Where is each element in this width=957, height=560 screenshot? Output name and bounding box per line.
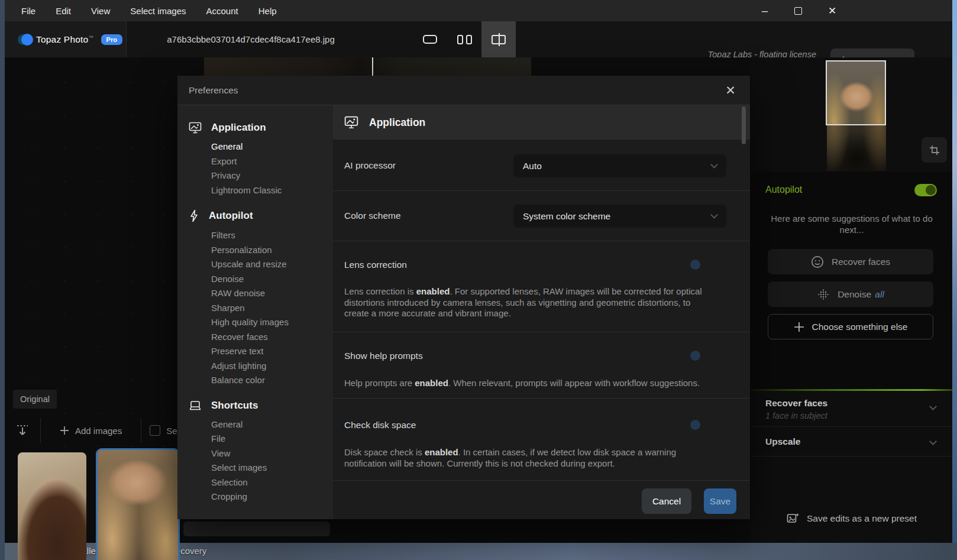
dialog-titlebar: Preferences ✕ — [177, 76, 750, 105]
divider — [333, 190, 750, 191]
sidebar-item-shortcuts-select-images[interactable]: Select images — [211, 461, 333, 475]
upscale-section[interactable]: Upscale — [751, 427, 952, 457]
add-images-button[interactable]: Add images — [41, 426, 141, 436]
sidebar-item-adjust-lighting[interactable]: Adjust lighting — [211, 359, 333, 374]
navigator-dim-overlay — [827, 125, 886, 171]
toolbar: Topaz Photo™ Pro a76b3cbbe037014d7cdec4f… — [5, 21, 952, 57]
chevron-down-icon — [710, 211, 718, 219]
view-side-by-side-button[interactable] — [447, 21, 481, 57]
recover-faces-suggestion-button[interactable]: Recover faces — [768, 249, 933, 274]
menu-select-images[interactable]: Select images — [130, 6, 186, 16]
suggestion-intro: Here are some suggestions of what to do … — [763, 213, 940, 235]
desktop-left-strip — [0, 0, 5, 560]
menu-file[interactable]: File — [21, 6, 35, 16]
sidebar-item-shortcuts-cropping[interactable]: Cropping — [211, 490, 333, 504]
sidebar-item-export[interactable]: Export — [211, 154, 333, 169]
sidebar-item-balance-color[interactable]: Balance color — [211, 373, 333, 388]
application-icon — [189, 122, 202, 134]
current-filename: a76b3cbbe037014d7cdec4f8ca417ee8.jpg — [127, 21, 375, 57]
desktop-right-strip — [952, 0, 957, 543]
sidebar-item-preserve-text[interactable]: Preserve text — [211, 344, 333, 359]
divider — [333, 241, 750, 241]
sidebar-item-lightroom-classic[interactable]: Lightroom Classic — [211, 183, 333, 198]
menu-account[interactable]: Account — [206, 6, 238, 16]
denoise-icon — [817, 288, 830, 301]
close-button[interactable]: ✕ — [819, 5, 846, 17]
brand-name: Topaz Photo™ — [36, 34, 93, 45]
minimize-button[interactable]: – — [751, 5, 778, 17]
sidebar-item-general[interactable]: General — [211, 140, 333, 154]
sidebar-item-shortcuts-general[interactable]: General — [211, 417, 333, 432]
show-help-prompts-label: Show help prompts — [344, 351, 423, 361]
divider — [333, 480, 750, 481]
thumbnail-8fe3dfa89d[interactable]: 8fe3dfa89d... ••• — [18, 452, 86, 560]
dialog-scrollbar[interactable] — [742, 106, 746, 144]
denoise-suggestion-button[interactable]: Denoise all — [768, 281, 933, 307]
application-icon — [344, 116, 358, 129]
navigator-viewport-box[interactable] — [826, 60, 886, 125]
crop-button[interactable] — [922, 137, 947, 163]
original-badge: Original — [13, 390, 57, 409]
save-preset-button[interactable]: Save edits as a new preset — [751, 504, 952, 533]
maximize-button[interactable] — [784, 7, 811, 15]
preferences-sidebar: Application General Export Privacy Light… — [177, 105, 333, 519]
ai-processor-dropdown[interactable]: Auto — [513, 154, 726, 177]
sidebar-item-upscale-and-resize[interactable]: Upscale and resize — [211, 257, 333, 272]
view-side-by-side-icon — [457, 35, 472, 44]
sidebar-item-shortcuts-file[interactable]: File — [211, 432, 333, 446]
lens-correction-description: Lens correction is enabled. For supporte… — [344, 286, 712, 319]
sidebar-item-raw-denoise[interactable]: RAW denoise — [211, 286, 333, 301]
sidebar-item-privacy[interactable]: Privacy — [211, 169, 333, 183]
view-split-icon — [492, 35, 506, 44]
divider — [333, 332, 750, 332]
application-items: General Export Privacy Lightroom Classic — [177, 140, 333, 198]
topaz-logo-icon — [18, 33, 31, 46]
screen: Uninstaller Recovery File Edit View Sele… — [0, 0, 957, 560]
sidebar-item-sharpen[interactable]: Sharpen — [211, 301, 333, 316]
menu-view[interactable]: View — [91, 6, 110, 16]
suggestions-block: Here are some suggestions of what to do … — [751, 208, 952, 389]
dialog-close-button[interactable]: ✕ — [724, 84, 737, 97]
save-button[interactable]: Save — [704, 488, 736, 514]
choose-something-else-button[interactable]: Choose something else — [768, 314, 933, 339]
window-controls: – ✕ — [751, 0, 846, 21]
sidebar-item-high-quality-images[interactable]: High quality images — [211, 315, 333, 330]
smiley-icon — [811, 255, 824, 268]
view-mode-buttons — [413, 21, 516, 57]
sidebar-item-denoise[interactable]: Denoise — [211, 272, 333, 287]
shortcuts-items: General File View Select images Selectio… — [177, 417, 333, 504]
plus-icon — [794, 322, 804, 332]
select-checkbox[interactable] — [150, 425, 160, 436]
menu-help[interactable]: Help — [258, 6, 277, 16]
trademark: ™ — [88, 34, 93, 40]
view-single-button[interactable] — [413, 21, 447, 57]
photo-preview — [204, 57, 531, 76]
lens-correction-label: Lens correction — [344, 260, 407, 270]
preset-icon — [787, 512, 800, 525]
recover-faces-section[interactable]: Recover faces 1 face in subject — [751, 391, 952, 427]
sidebar-section-autopilot: Autopilot — [177, 202, 333, 228]
denoise-all-qualifier: all — [875, 289, 884, 299]
split-divider[interactable] — [372, 57, 373, 76]
right-panel: Autopilot Here are some suggestions of w… — [751, 57, 952, 543]
preferences-content: Application AI processor Auto Color sche… — [333, 105, 750, 519]
cancel-button[interactable]: Cancel — [642, 488, 691, 514]
sidebar-item-shortcuts-view[interactable]: View — [211, 446, 333, 461]
dialog-title: Preferences — [189, 85, 238, 96]
menu-edit[interactable]: Edit — [56, 6, 71, 16]
color-scheme-dropdown[interactable]: System color scheme — [513, 205, 726, 228]
check-disk-space-label: Check disk space — [344, 420, 416, 430]
sidebar-section-shortcuts: Shortcuts — [177, 393, 333, 417]
sidebar-item-personalization[interactable]: Personalization — [211, 243, 333, 258]
view-split-button[interactable] — [481, 21, 516, 57]
collapse-icon — [16, 424, 29, 437]
ai-processor-label: AI processor — [344, 160, 396, 171]
thumbnail-a76b3cbbe-selected[interactable]: a76b3cbbe... ••• — [96, 448, 180, 560]
view-single-icon — [423, 35, 437, 44]
sidebar-item-recover-faces[interactable]: Recover faces — [211, 330, 333, 345]
sidebar-item-filters[interactable]: Filters — [211, 228, 333, 243]
autopilot-toggle[interactable] — [914, 184, 937, 196]
brand-area: Topaz Photo™ Pro — [5, 21, 127, 57]
sidebar-item-shortcuts-selection[interactable]: Selection — [211, 475, 333, 490]
collapse-filmstrip-button[interactable] — [5, 424, 40, 437]
